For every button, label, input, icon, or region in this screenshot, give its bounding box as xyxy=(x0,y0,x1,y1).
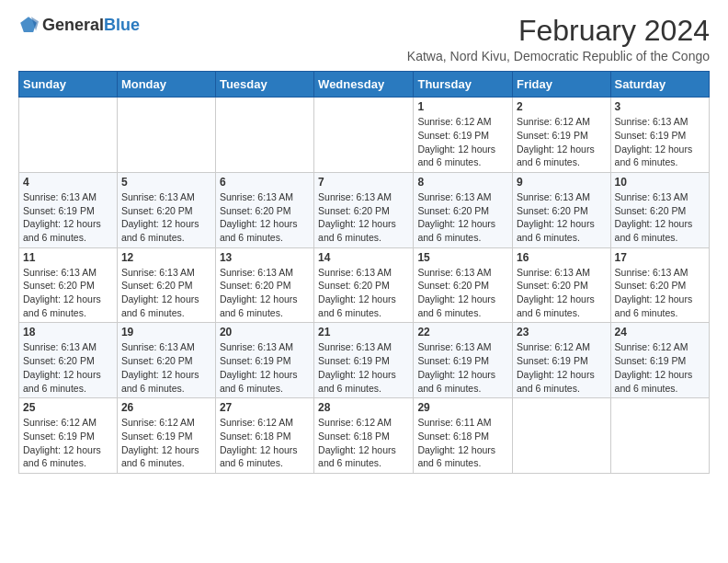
day-number: 24 xyxy=(615,326,705,339)
day-number: 18 xyxy=(23,326,113,339)
calendar-header-row: SundayMondayTuesdayWednesdayThursdayFrid… xyxy=(19,72,710,98)
day-number: 8 xyxy=(417,176,508,189)
day-number: 26 xyxy=(121,401,211,414)
calendar-cell: 7Sunrise: 6:13 AMSunset: 6:20 PMDaylight… xyxy=(314,172,414,247)
day-info: Sunrise: 6:13 AMSunset: 6:20 PMDaylight:… xyxy=(417,190,508,245)
day-info: Sunrise: 6:13 AMSunset: 6:20 PMDaylight:… xyxy=(517,266,607,320)
calendar-week-row: 18Sunrise: 6:13 AMSunset: 6:20 PMDayligh… xyxy=(19,323,710,398)
day-info: Sunrise: 6:12 AMSunset: 6:19 PMDaylight:… xyxy=(517,340,607,395)
day-of-week-saturday: Saturday xyxy=(610,72,709,98)
day-info: Sunrise: 6:12 AMSunset: 6:18 PMDaylight:… xyxy=(318,416,409,470)
day-number: 15 xyxy=(417,251,508,264)
day-number: 3 xyxy=(615,100,705,113)
calendar-cell: 6Sunrise: 6:13 AMSunset: 6:20 PMDaylight… xyxy=(215,172,313,247)
day-number: 28 xyxy=(318,401,409,414)
calendar-cell: 21Sunrise: 6:13 AMSunset: 6:19 PMDayligh… xyxy=(314,323,414,398)
calendar-cell: 15Sunrise: 6:13 AMSunset: 6:20 PMDayligh… xyxy=(414,247,513,323)
day-info: Sunrise: 6:13 AMSunset: 6:20 PMDaylight:… xyxy=(318,266,409,320)
day-number: 2 xyxy=(517,100,607,113)
day-of-week-wednesday: Wednesday xyxy=(314,72,414,98)
day-number: 4 xyxy=(23,176,113,189)
day-info: Sunrise: 6:13 AMSunset: 6:20 PMDaylight:… xyxy=(23,340,113,395)
month-year-title: February 2024 xyxy=(407,15,710,47)
calendar-cell: 26Sunrise: 6:12 AMSunset: 6:19 PMDayligh… xyxy=(117,398,215,474)
calendar-cell: 2Sunrise: 6:12 AMSunset: 6:19 PMDaylight… xyxy=(513,98,611,173)
logo-blue: Blue xyxy=(104,16,140,34)
calendar-cell: 24Sunrise: 6:12 AMSunset: 6:19 PMDayligh… xyxy=(610,323,709,398)
calendar-cell: 1Sunrise: 6:12 AMSunset: 6:19 PMDaylight… xyxy=(414,98,513,173)
day-number: 25 xyxy=(23,401,113,414)
calendar-cell: 20Sunrise: 6:13 AMSunset: 6:19 PMDayligh… xyxy=(215,323,313,398)
calendar-cell: 22Sunrise: 6:13 AMSunset: 6:19 PMDayligh… xyxy=(414,323,513,398)
day-number: 23 xyxy=(517,326,607,339)
day-number: 10 xyxy=(615,176,705,189)
calendar-cell: 19Sunrise: 6:13 AMSunset: 6:20 PMDayligh… xyxy=(117,323,215,398)
calendar-cell: 17Sunrise: 6:13 AMSunset: 6:20 PMDayligh… xyxy=(610,247,709,323)
day-of-week-thursday: Thursday xyxy=(414,72,513,98)
day-number: 6 xyxy=(220,176,310,189)
logo-icon xyxy=(18,15,39,35)
calendar-cell xyxy=(19,98,118,173)
calendar-cell: 18Sunrise: 6:13 AMSunset: 6:20 PMDayligh… xyxy=(19,323,118,398)
day-of-week-tuesday: Tuesday xyxy=(215,72,313,98)
calendar-week-row: 4Sunrise: 6:13 AMSunset: 6:19 PMDaylight… xyxy=(19,172,710,247)
day-info: Sunrise: 6:12 AMSunset: 6:19 PMDaylight:… xyxy=(417,115,508,169)
calendar-cell xyxy=(314,98,414,173)
day-number: 1 xyxy=(417,100,508,113)
day-info: Sunrise: 6:13 AMSunset: 6:20 PMDaylight:… xyxy=(517,190,607,245)
calendar-cell: 25Sunrise: 6:12 AMSunset: 6:19 PMDayligh… xyxy=(19,398,118,474)
day-info: Sunrise: 6:13 AMSunset: 6:20 PMDaylight:… xyxy=(417,266,508,320)
day-info: Sunrise: 6:13 AMSunset: 6:19 PMDaylight:… xyxy=(318,340,409,395)
day-number: 27 xyxy=(220,401,310,414)
calendar-cell: 10Sunrise: 6:13 AMSunset: 6:20 PMDayligh… xyxy=(610,172,709,247)
header: GeneralBlue February 2024 Katwa, Nord Ki… xyxy=(18,15,710,63)
calendar-cell: 3Sunrise: 6:13 AMSunset: 6:19 PMDaylight… xyxy=(610,98,709,173)
day-info: Sunrise: 6:13 AMSunset: 6:20 PMDaylight:… xyxy=(121,266,211,320)
day-number: 21 xyxy=(318,326,409,339)
calendar-week-row: 1Sunrise: 6:12 AMSunset: 6:19 PMDaylight… xyxy=(19,98,710,173)
calendar-cell: 23Sunrise: 6:12 AMSunset: 6:19 PMDayligh… xyxy=(513,323,611,398)
calendar-cell: 28Sunrise: 6:12 AMSunset: 6:18 PMDayligh… xyxy=(314,398,414,474)
day-info: Sunrise: 6:13 AMSunset: 6:19 PMDaylight:… xyxy=(220,340,310,395)
calendar-cell: 29Sunrise: 6:11 AMSunset: 6:18 PMDayligh… xyxy=(414,398,513,474)
day-number: 7 xyxy=(318,176,409,189)
day-number: 9 xyxy=(517,176,607,189)
day-number: 20 xyxy=(220,326,310,339)
day-info: Sunrise: 6:13 AMSunset: 6:19 PMDaylight:… xyxy=(417,340,508,395)
day-info: Sunrise: 6:13 AMSunset: 6:20 PMDaylight:… xyxy=(220,190,310,245)
logo: GeneralBlue xyxy=(18,15,140,35)
day-number: 14 xyxy=(318,251,409,264)
day-number: 13 xyxy=(220,251,310,264)
day-info: Sunrise: 6:13 AMSunset: 6:20 PMDaylight:… xyxy=(615,266,705,320)
day-number: 19 xyxy=(121,326,211,339)
day-number: 16 xyxy=(517,251,607,264)
location-subtitle: Katwa, Nord Kivu, Democratic Republic of… xyxy=(407,49,710,63)
day-info: Sunrise: 6:13 AMSunset: 6:20 PMDaylight:… xyxy=(220,266,310,320)
day-info: Sunrise: 6:13 AMSunset: 6:20 PMDaylight:… xyxy=(615,190,705,245)
day-info: Sunrise: 6:13 AMSunset: 6:20 PMDaylight:… xyxy=(121,340,211,395)
calendar-cell: 13Sunrise: 6:13 AMSunset: 6:20 PMDayligh… xyxy=(215,247,313,323)
day-info: Sunrise: 6:11 AMSunset: 6:18 PMDaylight:… xyxy=(417,416,508,470)
day-info: Sunrise: 6:13 AMSunset: 6:20 PMDaylight:… xyxy=(318,190,409,245)
day-info: Sunrise: 6:13 AMSunset: 6:20 PMDaylight:… xyxy=(121,190,211,245)
calendar-cell: 12Sunrise: 6:13 AMSunset: 6:20 PMDayligh… xyxy=(117,247,215,323)
day-info: Sunrise: 6:12 AMSunset: 6:19 PMDaylight:… xyxy=(615,340,705,395)
calendar-cell: 27Sunrise: 6:12 AMSunset: 6:18 PMDayligh… xyxy=(215,398,313,474)
day-number: 12 xyxy=(121,251,211,264)
logo-general: General xyxy=(42,16,104,34)
title-area: February 2024 Katwa, Nord Kivu, Democrat… xyxy=(407,15,710,63)
day-of-week-monday: Monday xyxy=(117,72,215,98)
day-info: Sunrise: 6:12 AMSunset: 6:19 PMDaylight:… xyxy=(517,115,607,169)
day-info: Sunrise: 6:13 AMSunset: 6:19 PMDaylight:… xyxy=(23,190,113,245)
calendar-week-row: 25Sunrise: 6:12 AMSunset: 6:19 PMDayligh… xyxy=(19,398,710,474)
day-number: 11 xyxy=(23,251,113,264)
calendar-table: SundayMondayTuesdayWednesdayThursdayFrid… xyxy=(18,71,710,474)
calendar-week-row: 11Sunrise: 6:13 AMSunset: 6:20 PMDayligh… xyxy=(19,247,710,323)
calendar-cell: 16Sunrise: 6:13 AMSunset: 6:20 PMDayligh… xyxy=(513,247,611,323)
calendar-cell: 9Sunrise: 6:13 AMSunset: 6:20 PMDaylight… xyxy=(513,172,611,247)
calendar-cell: 11Sunrise: 6:13 AMSunset: 6:20 PMDayligh… xyxy=(19,247,118,323)
day-of-week-friday: Friday xyxy=(513,72,611,98)
day-info: Sunrise: 6:12 AMSunset: 6:18 PMDaylight:… xyxy=(220,416,310,470)
calendar-cell xyxy=(215,98,313,173)
calendar-cell: 5Sunrise: 6:13 AMSunset: 6:20 PMDaylight… xyxy=(117,172,215,247)
